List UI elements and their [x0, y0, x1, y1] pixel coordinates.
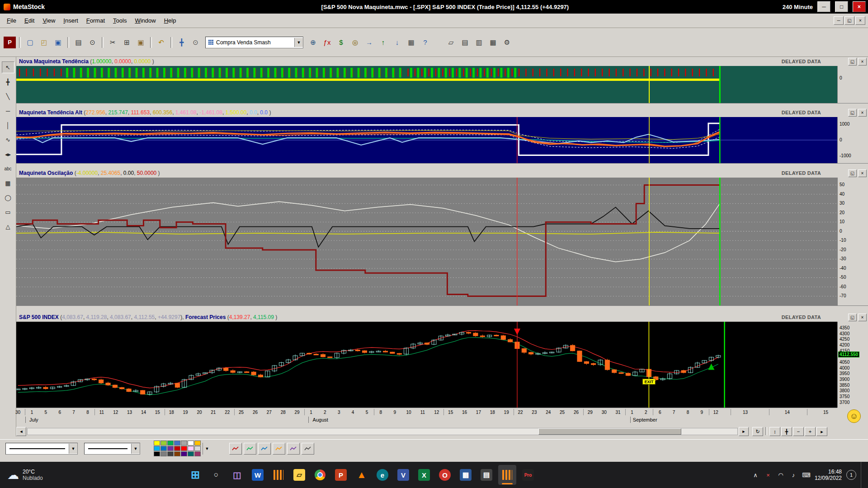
customize-button[interactable]: ⚙: [500, 36, 514, 49]
color-swatch[interactable]: [167, 446, 174, 451]
panel-header-tendencia-alt[interactable]: Maquineta Tendência Alt (272.956, 215.74…: [16, 108, 868, 117]
menu-format[interactable]: Format: [82, 15, 109, 26]
color-swatch[interactable]: [160, 451, 167, 456]
oscilacao-chart[interactable]: [16, 178, 837, 305]
panel-restore-button[interactable]: ◱: [848, 169, 857, 177]
color-swatch[interactable]: [160, 446, 167, 451]
chart-style-button[interactable]: [287, 443, 300, 455]
help-button[interactable]: ?: [419, 36, 432, 49]
print-preview-button[interactable]: ⊙: [86, 36, 99, 49]
pointer-tool[interactable]: ↖: [2, 61, 14, 73]
save-button[interactable]: ▣: [52, 36, 65, 49]
text-tool[interactable]: abc: [2, 163, 14, 174]
keyboard-icon[interactable]: ⌨: [802, 472, 810, 479]
chart-style-button[interactable]: [273, 443, 285, 455]
scroll-left-right-tool[interactable]: ◂▸: [2, 148, 14, 160]
forecaster-button[interactable]: →: [363, 36, 376, 49]
power-console-button[interactable]: P: [3, 36, 16, 49]
color-swatch[interactable]: [174, 441, 180, 446]
open-button[interactable]: ◰: [38, 36, 51, 49]
chart-style-button[interactable]: [302, 443, 314, 455]
scroll-tool-button[interactable]: ╋: [175, 36, 188, 49]
color-swatch[interactable]: [188, 441, 194, 446]
scrollbar-track[interactable]: [27, 428, 738, 435]
word-icon[interactable]: W: [249, 465, 267, 485]
line-weight-dropdown[interactable]: ▼: [84, 443, 140, 455]
menu-window[interactable]: Window: [131, 15, 160, 26]
taskbar-clock[interactable]: 16:48 12/09/2022: [815, 469, 842, 481]
horizontal-line-tool[interactable]: ─: [2, 105, 14, 117]
color-swatch[interactable]: [154, 446, 160, 451]
media-app-icon[interactable]: ▤: [477, 465, 495, 485]
explorer-binoculars-button[interactable]: ◎: [349, 36, 362, 49]
wifi-icon[interactable]: ◠: [777, 472, 785, 479]
color-swatch[interactable]: [188, 446, 194, 451]
color-swatch[interactable]: [188, 451, 194, 456]
panel-restore-button[interactable]: ◱: [848, 58, 857, 66]
scroll-right-button[interactable]: ►: [739, 427, 749, 436]
antivirus-tray-icon[interactable]: ×: [764, 472, 772, 479]
excel-icon[interactable]: X: [415, 465, 433, 485]
chart-style-button[interactable]: [258, 443, 271, 455]
panel-header-oscilacao[interactable]: Maquineta Oscilação (-4.00000, 25.4065, …: [16, 169, 868, 178]
zigzag-tool[interactable]: ∿: [2, 134, 14, 145]
color-swatch[interactable]: [154, 441, 160, 446]
print-button[interactable]: ▤: [72, 36, 85, 49]
vertical-scale-button[interactable]: ↕: [769, 427, 780, 436]
tendencia-alt-chart[interactable]: [16, 117, 837, 163]
color-swatch[interactable]: [181, 446, 187, 451]
notification-badge[interactable]: 1: [846, 470, 856, 480]
copy-button[interactable]: ⊞: [120, 36, 133, 49]
pro-app-icon[interactable]: Pro: [519, 465, 537, 485]
vlc-icon[interactable]: ▲: [353, 465, 371, 485]
color-swatch[interactable]: [160, 441, 167, 446]
vertical-line-tool[interactable]: │: [2, 119, 14, 131]
search-icon[interactable]: ○: [207, 465, 225, 485]
pan-button[interactable]: ╋: [781, 427, 792, 436]
color-swatch[interactable]: [194, 446, 201, 451]
panel-close-button[interactable]: ×: [858, 58, 867, 66]
expand-right-button[interactable]: ▸: [816, 427, 827, 436]
color-swatch[interactable]: [181, 451, 187, 456]
tray-expand-icon[interactable]: ∧: [751, 472, 760, 479]
tile-horizontal-button[interactable]: ▤: [458, 36, 472, 49]
internet-button[interactable]: ⊕: [307, 36, 320, 49]
browser-icon[interactable]: O: [436, 465, 454, 485]
scrollbar-thumb[interactable]: [538, 428, 681, 435]
color-swatch[interactable]: [194, 451, 201, 456]
upload-button[interactable]: ↑: [377, 36, 390, 49]
color-swatch[interactable]: [167, 451, 174, 456]
file-explorer-icon[interactable]: ▱: [290, 465, 308, 485]
edge-icon[interactable]: e: [373, 465, 392, 485]
color-swatch[interactable]: [174, 446, 180, 451]
panel-close-button[interactable]: ×: [858, 169, 867, 177]
color-swatch[interactable]: [174, 451, 180, 456]
nova-tendencia-chart[interactable]: [16, 66, 837, 103]
panel-close-button[interactable]: ×: [858, 109, 867, 117]
sp500-candlestick-chart[interactable]: EXIT: [16, 322, 837, 408]
ellipse-tool[interactable]: ◯: [2, 192, 14, 203]
arrange-windows-button[interactable]: ▦: [486, 36, 500, 49]
menu-help[interactable]: Help: [160, 15, 180, 26]
layout-preset-dropdown[interactable]: Compra Venda Smash▼: [205, 37, 303, 48]
grid-tool[interactable]: ▦: [2, 177, 14, 189]
line-style-dropdown[interactable]: ▼: [5, 443, 78, 455]
new-chart-button[interactable]: ▢: [24, 36, 37, 49]
close-button[interactable]: ×: [853, 1, 866, 12]
menu-tools[interactable]: Tools: [109, 15, 131, 26]
cut-button[interactable]: ✂: [106, 36, 119, 49]
color-swatch[interactable]: [167, 441, 174, 446]
child-restore-button[interactable]: ◱: [844, 16, 854, 25]
start-button[interactable]: ⊞: [186, 465, 204, 485]
chrome-icon[interactable]: [311, 465, 329, 485]
menu-edit[interactable]: Edit: [20, 15, 38, 26]
downloader-button[interactable]: ↓: [391, 36, 404, 49]
chart-style-button[interactable]: [229, 443, 242, 455]
weather-widget[interactable]: ☁ 20°C Nublado: [0, 468, 73, 482]
date-axis[interactable]: 3015678111213141518192021222526272829123…: [16, 408, 837, 417]
triangle-tool[interactable]: △: [2, 221, 14, 232]
child-close-button[interactable]: ×: [855, 16, 865, 25]
formula-button[interactable]: ƒx: [321, 36, 334, 49]
menu-view[interactable]: View: [38, 15, 59, 26]
expert-advisor-dollar-button[interactable]: $: [335, 36, 348, 49]
